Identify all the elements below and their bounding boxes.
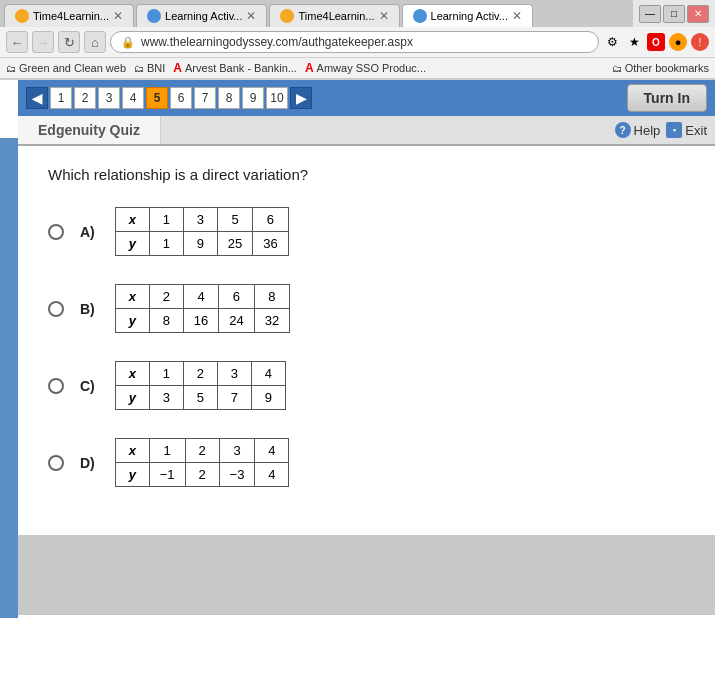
tab-1-label: Time4Learnin... — [33, 10, 109, 22]
bookmark-other-icon: 🗂 — [612, 63, 622, 74]
table-b: x 2 4 6 8 y 8 16 24 32 — [115, 284, 290, 333]
bookmark-green-icon: 🗂 — [6, 63, 16, 74]
prev-page-button[interactable]: ◀ — [26, 87, 48, 109]
radio-c[interactable] — [48, 378, 64, 394]
opera-icon[interactable]: O — [647, 33, 665, 51]
label-d: D) — [80, 455, 95, 471]
table-d-y1: −1 — [149, 463, 185, 487]
table-b-x-var: x — [115, 285, 149, 309]
page-num-5[interactable]: 5 — [146, 87, 168, 109]
browser-tab-1[interactable]: Time4Learnin... ✕ — [4, 4, 134, 27]
bookmark-green[interactable]: 🗂 Green and Clean web — [6, 62, 126, 74]
bookmark-other-label: Other bookmarks — [625, 62, 709, 74]
table-b-y-var: y — [115, 309, 149, 333]
table-d: x 1 2 3 4 y −1 2 −3 4 — [115, 438, 290, 487]
page-num-10[interactable]: 10 — [266, 87, 288, 109]
page-num-7[interactable]: 7 — [194, 87, 216, 109]
forward-button[interactable]: → — [32, 31, 54, 53]
close-button[interactable]: ✕ — [687, 5, 709, 23]
bookmark-arvest[interactable]: A Arvest Bank - Bankin... — [173, 61, 297, 75]
radio-d[interactable] — [48, 455, 64, 471]
bookmark-other[interactable]: 🗂 Other bookmarks — [612, 62, 709, 74]
table-b-y1: 8 — [149, 309, 183, 333]
alert-icon[interactable]: ! — [691, 33, 709, 51]
help-icon: ? — [615, 122, 631, 138]
table-a-y4: 36 — [253, 232, 288, 256]
refresh-button[interactable]: ↻ — [58, 31, 80, 53]
table-d-x4: 4 — [255, 439, 289, 463]
label-c: C) — [80, 378, 95, 394]
bottom-area — [18, 535, 715, 615]
table-a-x-var: x — [115, 208, 149, 232]
page-num-4[interactable]: 4 — [122, 87, 144, 109]
tab-3-label: Time4Learnin... — [298, 10, 374, 22]
next-page-button[interactable]: ▶ — [290, 87, 312, 109]
tab-1-close[interactable]: ✕ — [113, 9, 123, 23]
table-d-y-var: y — [115, 463, 149, 487]
page-num-1[interactable]: 1 — [50, 87, 72, 109]
page-num-6[interactable]: 6 — [170, 87, 192, 109]
table-a: x 1 3 5 6 y 1 9 25 36 — [115, 207, 289, 256]
back-button[interactable]: ← — [6, 31, 28, 53]
browser-tab-4[interactable]: Learning Activ... ✕ — [402, 4, 533, 27]
table-c: x 1 2 3 4 y 3 5 7 9 — [115, 361, 286, 410]
table-c-x2: 2 — [183, 362, 217, 386]
address-bar[interactable]: 🔒 www.thelearningodyssey.com/authgatekee… — [110, 31, 599, 53]
table-d-x-var: x — [115, 439, 149, 463]
bookmark-bni-icon: 🗂 — [134, 63, 144, 74]
tab-4-close[interactable]: ✕ — [512, 9, 522, 23]
page-num-8[interactable]: 8 — [218, 87, 240, 109]
browser-tab-2[interactable]: Learning Activ... ✕ — [136, 4, 267, 27]
bookmark-amway[interactable]: A Amway SSO Produc... — [305, 61, 426, 75]
page-num-2[interactable]: 2 — [74, 87, 96, 109]
table-c-y1: 3 — [149, 386, 183, 410]
minimize-button[interactable]: — — [639, 5, 661, 23]
tab-3-close[interactable]: ✕ — [379, 9, 389, 23]
page-num-9[interactable]: 9 — [242, 87, 264, 109]
table-a-x1: 1 — [149, 208, 183, 232]
help-label: Help — [634, 123, 661, 138]
table-d-x3: 3 — [219, 439, 255, 463]
tab-2-close[interactable]: ✕ — [246, 9, 256, 23]
bookmark-icon[interactable]: ★ — [625, 33, 643, 51]
help-button[interactable]: ? Help — [615, 122, 661, 138]
table-b-y2: 16 — [183, 309, 218, 333]
label-a: A) — [80, 224, 95, 240]
table-c-x4: 4 — [251, 362, 285, 386]
option-b: B) x 2 4 6 8 y 8 16 24 32 — [48, 284, 685, 333]
tab-4-label: Learning Activ... — [431, 10, 508, 22]
maximize-button[interactable]: □ — [663, 5, 685, 23]
home-button[interactable]: ⌂ — [84, 31, 106, 53]
table-b-x4: 8 — [254, 285, 289, 309]
bookmark-arvest-label: Arvest Bank - Bankin... — [185, 62, 297, 74]
table-c-y3: 7 — [217, 386, 251, 410]
quiz-content: Which relationship is a direct variation… — [18, 146, 715, 535]
option-c: C) x 1 2 3 4 y 3 5 7 9 — [48, 361, 685, 410]
bookmark-bni[interactable]: 🗂 BNI — [134, 62, 165, 74]
turn-in-button[interactable]: Turn In — [627, 84, 707, 112]
option-a: A) x 1 3 5 6 y 1 9 25 36 — [48, 207, 685, 256]
tab-2-label: Learning Activ... — [165, 10, 242, 22]
exit-button[interactable]: ▪ Exit — [666, 122, 707, 138]
radio-a[interactable] — [48, 224, 64, 240]
arvest-icon: A — [173, 61, 182, 75]
table-d-x1: 1 — [149, 439, 185, 463]
page-num-3[interactable]: 3 — [98, 87, 120, 109]
radio-b[interactable] — [48, 301, 64, 317]
bookmark-amway-label: Amway SSO Produc... — [317, 62, 426, 74]
extensions-icon[interactable]: ⚙ — [603, 33, 621, 51]
exit-icon: ▪ — [666, 122, 682, 138]
table-b-y4: 32 — [254, 309, 289, 333]
quiz-toolbar: ◀ 1 2 3 4 5 6 7 8 9 10 ▶ Turn In — [18, 80, 715, 116]
table-a-y3: 25 — [217, 232, 252, 256]
pac-icon[interactable]: ● — [669, 33, 687, 51]
quiz-header: Edgenuity Quiz ? Help ▪ Exit — [18, 116, 715, 146]
url-text: www.thelearningodyssey.com/authgatekeepe… — [141, 35, 588, 49]
table-d-y4: 4 — [255, 463, 289, 487]
table-c-y-var: y — [115, 386, 149, 410]
table-b-x2: 4 — [183, 285, 218, 309]
browser-tab-3[interactable]: Time4Learnin... ✕ — [269, 4, 399, 27]
exit-label: Exit — [685, 123, 707, 138]
table-c-y2: 5 — [183, 386, 217, 410]
table-a-x3: 5 — [217, 208, 252, 232]
